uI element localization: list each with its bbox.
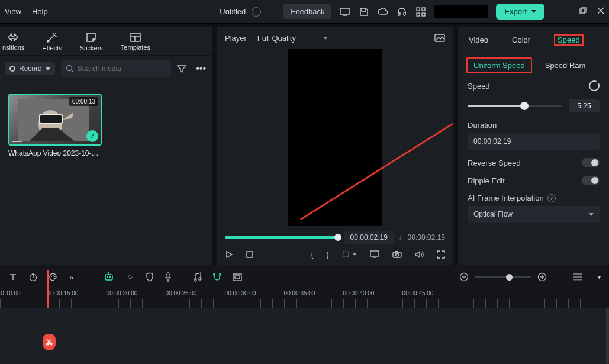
seek-knob[interactable] xyxy=(334,234,341,241)
svg-rect-27 xyxy=(370,251,379,256)
tab-speed[interactable]: Speed xyxy=(554,34,584,46)
help-icon[interactable]: ? xyxy=(547,194,556,202)
duration-input[interactable] xyxy=(468,133,600,150)
grid-view-icon[interactable] xyxy=(573,273,582,281)
mark-out-button[interactable]: } xyxy=(327,250,329,259)
search-input[interactable] xyxy=(78,65,166,73)
total-time: 00:00:02:19 xyxy=(408,233,445,241)
stop-button[interactable] xyxy=(246,251,253,258)
ai-robot-icon[interactable] xyxy=(103,272,115,282)
sync-status-icon xyxy=(252,7,261,17)
cloud-icon[interactable] xyxy=(378,7,388,17)
svg-point-30 xyxy=(396,253,399,256)
record-button[interactable]: Record xyxy=(5,62,55,75)
svg-point-17 xyxy=(66,66,72,71)
tab-stickers[interactable]: Stickers xyxy=(80,31,103,51)
timer-icon[interactable] xyxy=(28,272,38,282)
seek-bar[interactable] xyxy=(225,236,339,239)
speed-value[interactable]: 5.25 xyxy=(569,99,600,112)
tab-effects[interactable]: Effects xyxy=(42,31,62,51)
tab-transitions-label: nsitions xyxy=(2,44,24,51)
screen-icon[interactable] xyxy=(370,250,379,258)
slider-knob[interactable] xyxy=(520,102,529,110)
tab-color[interactable]: Color xyxy=(512,36,530,44)
svg-rect-8 xyxy=(580,9,585,14)
ai-interpolation-value: Optical Flow xyxy=(473,210,513,218)
menu-help[interactable]: Help xyxy=(32,7,48,16)
timeline-tracks[interactable] xyxy=(0,308,609,364)
reverse-speed-label: Reverse Speed xyxy=(468,159,521,167)
video-preview xyxy=(288,49,382,226)
tab-transitions[interactable]: nsitions xyxy=(2,32,24,51)
ruler-label: 00:00:40:00 xyxy=(343,290,375,297)
reverse-speed-toggle[interactable] xyxy=(582,158,600,167)
music-icon[interactable] xyxy=(193,272,202,282)
svg-point-39 xyxy=(107,276,108,278)
mark-in-button[interactable]: { xyxy=(311,250,313,259)
zoom-in-button[interactable] xyxy=(537,272,547,282)
svg-rect-9 xyxy=(581,8,586,12)
tab-templates[interactable]: Templates xyxy=(121,32,150,51)
save-icon[interactable] xyxy=(359,7,369,17)
ruler-label: 0:10:00 xyxy=(1,290,20,297)
tab-stickers-label: Stickers xyxy=(80,44,103,51)
svg-rect-56 xyxy=(579,273,582,275)
svg-point-40 xyxy=(109,276,111,278)
window-close-button[interactable] xyxy=(597,7,604,16)
svg-rect-26 xyxy=(343,252,349,257)
timeline-scrollbar[interactable] xyxy=(606,308,609,364)
export-button[interactable]: Export xyxy=(496,4,544,20)
palette-icon[interactable] xyxy=(49,272,59,282)
more-icon[interactable]: ••• xyxy=(195,63,207,74)
volume-icon[interactable] xyxy=(415,250,424,259)
player-canvas[interactable] xyxy=(217,49,453,226)
crop-menu-button[interactable] xyxy=(342,250,357,258)
zoom-slider[interactable] xyxy=(475,276,531,278)
svg-line-66 xyxy=(47,339,51,344)
svg-rect-7 xyxy=(422,13,425,16)
timeline-options-icon[interactable]: ▾ xyxy=(598,274,601,281)
speed-slider[interactable] xyxy=(468,105,562,107)
time-separator: / xyxy=(399,233,402,242)
headphones-icon[interactable] xyxy=(397,7,407,17)
subtab-uniform-speed[interactable]: Uniform Speed xyxy=(466,57,532,73)
text-tool-icon[interactable] xyxy=(8,272,18,282)
svg-rect-61 xyxy=(576,279,579,281)
snapshot-icon[interactable] xyxy=(434,33,445,43)
window-minimize-button[interactable]: — xyxy=(561,7,569,16)
feedback-button[interactable]: Feedback xyxy=(283,4,331,19)
ripple-edit-toggle[interactable] xyxy=(582,176,600,185)
mic-icon[interactable] xyxy=(165,272,172,282)
playhead[interactable] xyxy=(47,270,49,308)
shield-icon[interactable] xyxy=(146,272,154,282)
window-maximize-button[interactable] xyxy=(579,7,587,16)
speed-label: Speed xyxy=(468,82,490,91)
cut-tool-icon[interactable] xyxy=(43,334,56,350)
magnet-icon[interactable] xyxy=(212,272,222,282)
timeline-ruler[interactable]: 0:10:00 00:00:15:00 00:00:20:00 00:00:25… xyxy=(0,289,609,308)
filter-icon[interactable] xyxy=(177,65,189,73)
player-label: Player xyxy=(225,34,247,43)
subtab-speed-ramping[interactable]: Speed Ram xyxy=(545,61,586,70)
play-button[interactable] xyxy=(225,250,233,259)
display-icon[interactable] xyxy=(340,7,350,17)
svg-rect-31 xyxy=(395,251,398,252)
zoom-knob[interactable] xyxy=(506,274,513,281)
quality-select[interactable]: Full Quality xyxy=(257,34,328,43)
menu-view[interactable]: View xyxy=(5,7,21,16)
zoom-out-button[interactable] xyxy=(459,272,469,282)
frame-icon[interactable] xyxy=(233,273,242,281)
fullscreen-icon[interactable] xyxy=(437,250,445,259)
svg-rect-25 xyxy=(247,252,253,257)
media-clip[interactable]: 00:00:13 ✓ WhatsApp Video 2023-10-05... xyxy=(8,94,102,157)
camera-icon[interactable] xyxy=(392,250,402,258)
reset-icon[interactable] xyxy=(589,80,600,91)
tab-effects-label: Effects xyxy=(42,44,62,51)
sparkle-icon[interactable] xyxy=(125,272,135,282)
clip-thumbnail[interactable]: 00:00:13 ✓ xyxy=(8,94,102,146)
tab-video[interactable]: Video xyxy=(469,36,488,44)
ai-interpolation-select[interactable]: Optical Flow xyxy=(468,206,600,223)
search-media[interactable] xyxy=(61,60,171,77)
more-tools-icon[interactable]: » xyxy=(69,273,73,282)
apps-icon[interactable] xyxy=(415,7,426,17)
